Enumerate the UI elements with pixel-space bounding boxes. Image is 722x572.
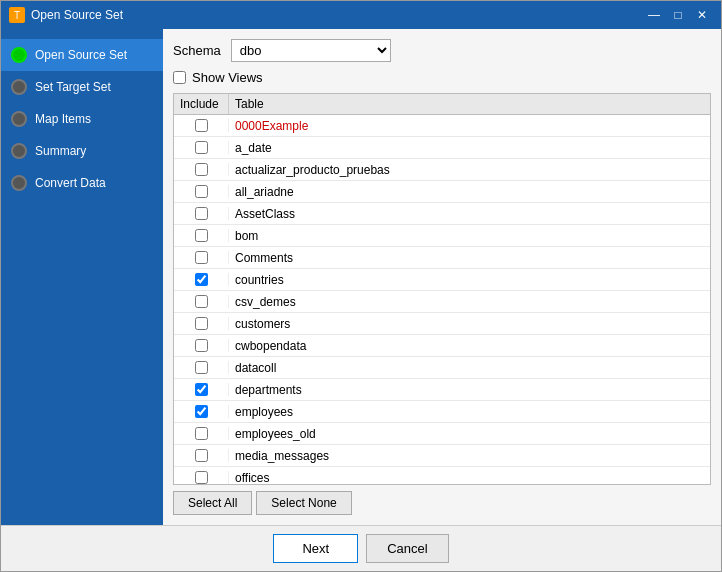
sidebar-item-set-target-set[interactable]: Set Target Set <box>1 71 163 103</box>
title-bar: T Open Source Set — □ ✕ <box>1 1 721 29</box>
step-indicator-5 <box>11 175 27 191</box>
select-all-button[interactable]: Select All <box>173 491 252 515</box>
sidebar-label-map-items: Map Items <box>35 112 91 126</box>
checkbox-departments[interactable] <box>195 383 208 396</box>
table-container: Include Table 0000Examplea_dateactualiza… <box>173 93 711 485</box>
cell-table-datacoll: datacoll <box>229 361 710 375</box>
cell-include <box>174 295 229 308</box>
sidebar-label-convert-data: Convert Data <box>35 176 106 190</box>
checkbox-offices[interactable] <box>195 471 208 484</box>
cell-include <box>174 427 229 440</box>
content-area: Open Source Set Set Target Set Map Items… <box>1 29 721 525</box>
footer: Next Cancel <box>1 525 721 571</box>
title-bar-left: T Open Source Set <box>9 7 123 23</box>
checkbox-employees_old[interactable] <box>195 427 208 440</box>
checkbox-bom[interactable] <box>195 229 208 242</box>
table-row: employees_old <box>174 423 710 445</box>
sidebar-label-open-source-set: Open Source Set <box>35 48 127 62</box>
close-button[interactable]: ✕ <box>691 6 713 24</box>
cell-include <box>174 361 229 374</box>
table-row: countries <box>174 269 710 291</box>
checkbox-datacoll[interactable] <box>195 361 208 374</box>
checkbox-csv_demes[interactable] <box>195 295 208 308</box>
table-row: departments <box>174 379 710 401</box>
cell-table-countries: countries <box>229 273 710 287</box>
cell-table-employees: employees <box>229 405 710 419</box>
table-row: offices <box>174 467 710 485</box>
table-row: customers <box>174 313 710 335</box>
cancel-button[interactable]: Cancel <box>366 534 448 563</box>
col-header-table: Table <box>229 94 710 114</box>
checkbox-media_messages[interactable] <box>195 449 208 462</box>
schema-label: Schema <box>173 43 221 58</box>
table-row: datacoll <box>174 357 710 379</box>
cell-table-a_date: a_date <box>229 141 710 155</box>
table-row: all_ariadne <box>174 181 710 203</box>
next-button[interactable]: Next <box>273 534 358 563</box>
table-row: 0000Example <box>174 115 710 137</box>
sidebar-item-map-items[interactable]: Map Items <box>1 103 163 135</box>
minimize-button[interactable]: — <box>643 6 665 24</box>
table-with-scrollbar: Include Table 0000Examplea_dateactualiza… <box>174 94 710 485</box>
cell-include <box>174 405 229 418</box>
sidebar-label-summary: Summary <box>35 144 86 158</box>
table-row: csv_demes <box>174 291 710 313</box>
cell-include <box>174 163 229 176</box>
cell-include <box>174 229 229 242</box>
sidebar-item-summary[interactable]: Summary <box>1 135 163 167</box>
col-header-include: Include <box>174 94 229 114</box>
show-views-checkbox[interactable] <box>173 71 186 84</box>
cell-table-media_messages: media_messages <box>229 449 710 463</box>
checkbox-actualizar_producto_pruebas[interactable] <box>195 163 208 176</box>
cell-table-departments: departments <box>229 383 710 397</box>
cell-table-csv_demes: csv_demes <box>229 295 710 309</box>
step-indicator-1 <box>11 47 27 63</box>
schema-row: Schema dbo <box>173 39 711 62</box>
cell-table-employees_old: employees_old <box>229 427 710 441</box>
table-inner: Include Table 0000Examplea_dateactualiza… <box>174 94 710 485</box>
cell-table-cwbopendata: cwbopendata <box>229 339 710 353</box>
table-row: employees <box>174 401 710 423</box>
show-views-label[interactable]: Show Views <box>192 70 263 85</box>
cell-table-0000Example: 0000Example <box>229 119 710 133</box>
app-icon: T <box>9 7 25 23</box>
step-indicator-2 <box>11 79 27 95</box>
cell-include <box>174 383 229 396</box>
select-none-button[interactable]: Select None <box>256 491 351 515</box>
cell-include <box>174 273 229 286</box>
sidebar-label-set-target-set: Set Target Set <box>35 80 111 94</box>
checkbox-countries[interactable] <box>195 273 208 286</box>
checkbox-Comments[interactable] <box>195 251 208 264</box>
cell-include <box>174 207 229 220</box>
table-row: media_messages <box>174 445 710 467</box>
sidebar: Open Source Set Set Target Set Map Items… <box>1 29 163 525</box>
schema-select[interactable]: dbo <box>231 39 391 62</box>
cell-table-actualizar_producto_pruebas: actualizar_producto_pruebas <box>229 163 710 177</box>
checkbox-cwbopendata[interactable] <box>195 339 208 352</box>
table-row: AssetClass <box>174 203 710 225</box>
cell-table-bom: bom <box>229 229 710 243</box>
cell-table-all_ariadne: all_ariadne <box>229 185 710 199</box>
checkbox-a_date[interactable] <box>195 141 208 154</box>
cell-include <box>174 185 229 198</box>
cell-table-offices: offices <box>229 471 710 485</box>
cell-include <box>174 251 229 264</box>
step-indicator-3 <box>11 111 27 127</box>
checkbox-all_ariadne[interactable] <box>195 185 208 198</box>
table-row: bom <box>174 225 710 247</box>
cell-include <box>174 339 229 352</box>
table-row: Comments <box>174 247 710 269</box>
maximize-button[interactable]: □ <box>667 6 689 24</box>
window-title: Open Source Set <box>31 8 123 22</box>
sidebar-item-convert-data[interactable]: Convert Data <box>1 167 163 199</box>
cell-table-customers: customers <box>229 317 710 331</box>
cell-include <box>174 449 229 462</box>
checkbox-employees[interactable] <box>195 405 208 418</box>
checkbox-customers[interactable] <box>195 317 208 330</box>
checkbox-AssetClass[interactable] <box>195 207 208 220</box>
table-rows: 0000Examplea_dateactualizar_producto_pru… <box>174 115 710 485</box>
sidebar-item-open-source-set[interactable]: Open Source Set <box>1 39 163 71</box>
table-row: a_date <box>174 137 710 159</box>
checkbox-0000Example[interactable] <box>195 119 208 132</box>
cell-include <box>174 119 229 132</box>
